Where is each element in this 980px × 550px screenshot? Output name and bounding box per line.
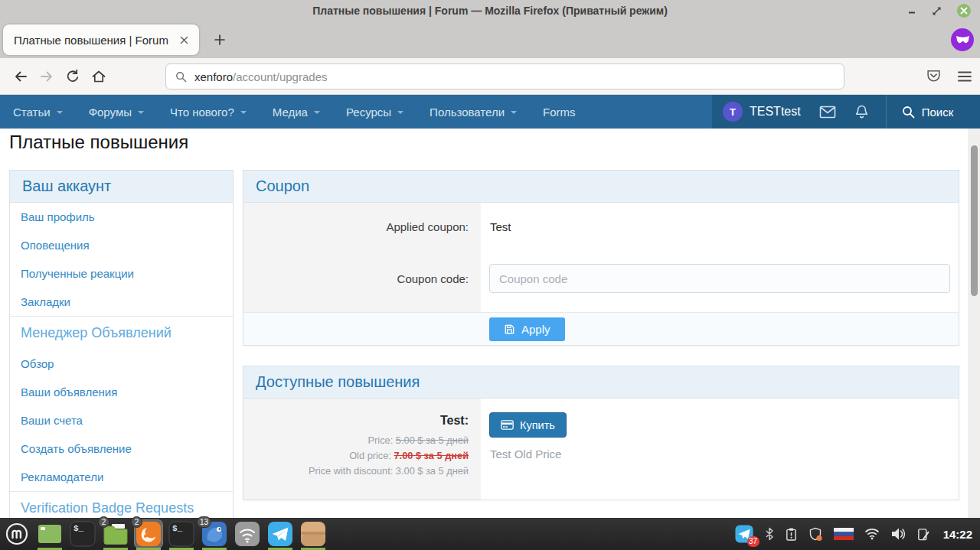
coupon-footer: Apply bbox=[243, 312, 959, 345]
nav-item-members[interactable]: Пользователи bbox=[416, 95, 530, 129]
applied-coupon-value: Test bbox=[490, 220, 511, 233]
sidebar-item-profile[interactable]: Ваш профиль bbox=[10, 203, 233, 231]
sidebar-subheader-ads-manager[interactable]: Менеджер Объявлений bbox=[10, 316, 233, 350]
window-title: Платные повышения | Forum — Mozilla Fire… bbox=[312, 5, 668, 17]
url-text: xenforo/account/upgrades bbox=[194, 70, 327, 83]
taskbar-app-telegram[interactable] bbox=[266, 520, 294, 548]
taskbar-app-notes[interactable] bbox=[299, 520, 327, 548]
old-price-label: Old price: bbox=[349, 450, 391, 461]
reload-button[interactable] bbox=[60, 63, 86, 89]
back-button[interactable] bbox=[8, 63, 34, 89]
discount-label: Price with discount: bbox=[309, 465, 393, 477]
wifi-icon bbox=[864, 528, 880, 540]
apply-button[interactable]: Apply bbox=[489, 317, 565, 341]
taskbar-app-firefox[interactable]: 2 bbox=[135, 520, 162, 548]
sidebar-item-reactions[interactable]: Полученные реакции bbox=[10, 259, 233, 288]
sidebar-item-create-ad[interactable]: Создать объявление bbox=[10, 434, 233, 463]
chevron-down-icon bbox=[511, 111, 517, 114]
close-button[interactable] bbox=[957, 4, 971, 18]
search-label: Поиск bbox=[922, 106, 954, 119]
nav-item-forums[interactable]: Форумы bbox=[76, 95, 157, 129]
taskbar-app-terminal[interactable]: $_ bbox=[69, 520, 96, 548]
buy-label: Купить bbox=[520, 419, 555, 431]
chevron-down-icon bbox=[57, 111, 63, 114]
save-icon bbox=[504, 324, 515, 335]
battery-edit-icon bbox=[916, 527, 929, 542]
old-price-value: 7.00 $ за 5 дней bbox=[394, 450, 469, 461]
nav-item-resources[interactable]: Ресурсы bbox=[333, 95, 416, 129]
sidebar-item-overview[interactable]: Обзор bbox=[10, 350, 233, 378]
nav-item-articles[interactable]: Статьи bbox=[0, 95, 76, 129]
telegram-tray-button[interactable]: 37 bbox=[734, 524, 754, 544]
taskbar-app-files[interactable]: 2 bbox=[102, 520, 129, 548]
browser-tab[interactable]: Платные повышения | Forum bbox=[3, 24, 199, 55]
price-label: Price: bbox=[368, 434, 394, 446]
bluetooth-button[interactable] bbox=[765, 527, 774, 541]
private-mask-icon bbox=[956, 35, 970, 45]
taskbar-app-network[interactable] bbox=[234, 520, 261, 548]
buy-button[interactable]: Купить bbox=[489, 412, 567, 438]
clipboard-button[interactable] bbox=[785, 527, 798, 542]
pocket-button[interactable] bbox=[926, 68, 942, 84]
sidebar-item-advertisers[interactable]: Рекламодатели bbox=[10, 463, 233, 491]
taskbar-app-terminal-2[interactable]: $_ bbox=[168, 520, 195, 548]
home-button[interactable] bbox=[86, 63, 112, 89]
scrollbar-thumb[interactable] bbox=[971, 145, 978, 296]
coupon-code-label: Coupon code: bbox=[243, 272, 469, 285]
window-controls bbox=[907, 0, 971, 21]
chevron-down-icon bbox=[397, 111, 403, 114]
tab-close-button[interactable] bbox=[175, 31, 193, 49]
menu-button[interactable] bbox=[957, 70, 972, 83]
power-manager-button[interactable] bbox=[916, 527, 929, 542]
restore-button[interactable] bbox=[932, 6, 942, 16]
private-browsing-icon bbox=[951, 28, 974, 51]
scrollbar-track[interactable] bbox=[968, 129, 980, 518]
wifi-status-button[interactable] bbox=[864, 528, 880, 540]
nav-item-whats-new[interactable]: Что нового? bbox=[157, 95, 260, 129]
russian-flag-icon bbox=[834, 528, 854, 540]
applied-coupon-label: Applied coupon: bbox=[243, 220, 469, 233]
back-icon bbox=[13, 69, 28, 84]
volume-button[interactable] bbox=[890, 527, 906, 541]
price-line: Price: 5.00 $ за 5 дней bbox=[243, 434, 469, 446]
upgrades-block: Доступные повышения Test: Price: 5.00 $ … bbox=[243, 366, 959, 500]
sidebar-item-bookmarks[interactable]: Закладки bbox=[10, 288, 233, 316]
new-tab-button[interactable] bbox=[210, 30, 230, 50]
nav-item-forms[interactable]: Forms bbox=[530, 95, 589, 129]
forward-icon bbox=[39, 69, 54, 84]
taskbar-app-chat[interactable]: 13 bbox=[201, 520, 228, 548]
tab-close-icon bbox=[180, 36, 188, 44]
shield-icon bbox=[808, 527, 823, 542]
inbox-button[interactable] bbox=[819, 106, 836, 119]
security-shield-button[interactable] bbox=[808, 527, 823, 542]
url-bar[interactable]: xenforo/account/upgrades bbox=[165, 63, 844, 89]
nav-item-media[interactable]: Медиа bbox=[260, 95, 333, 129]
coupon-code-input[interactable] bbox=[489, 264, 950, 293]
badge: 13 bbox=[197, 516, 211, 528]
wifi-app-icon bbox=[234, 520, 261, 548]
tab-strip: Платные повышения | Forum bbox=[0, 21, 980, 58]
search-button[interactable]: Поиск bbox=[886, 95, 969, 129]
coupon-block: Coupon Applied coupon: Test Coupon code:… bbox=[243, 170, 959, 346]
restore-icon bbox=[932, 6, 942, 16]
username[interactable]: TESTtest bbox=[750, 105, 801, 119]
forward-button[interactable] bbox=[34, 63, 60, 89]
minimize-button[interactable] bbox=[907, 6, 916, 15]
price-value: 5.00 $ за 5 дней bbox=[396, 434, 469, 446]
sidebar-item-alerts[interactable]: Оповещения bbox=[10, 231, 233, 259]
alerts-button[interactable] bbox=[854, 104, 869, 120]
minimize-icon bbox=[907, 6, 916, 15]
apply-label: Apply bbox=[521, 323, 550, 336]
sidebar-subheader-verification-badges[interactable]: Verification Badge Requests bbox=[10, 491, 233, 518]
discount-value: 3.00 $ за 5 дней bbox=[396, 465, 469, 477]
avatar[interactable]: T bbox=[723, 102, 743, 122]
bell-icon bbox=[854, 104, 869, 120]
telegram-icon bbox=[266, 520, 294, 548]
forum-navbar: Статьи Форумы Что нового? Медиа Ресурсы … bbox=[0, 95, 980, 129]
keyboard-layout-flag[interactable] bbox=[834, 528, 854, 540]
taskbar-app-window[interactable] bbox=[36, 520, 64, 548]
mint-menu-button[interactable] bbox=[3, 520, 31, 548]
sidebar-item-your-ads[interactable]: Ваши объявления bbox=[10, 378, 233, 406]
sidebar-item-your-invoices[interactable]: Ваши счета bbox=[10, 406, 233, 434]
clock[interactable]: 14:22 bbox=[943, 528, 972, 541]
